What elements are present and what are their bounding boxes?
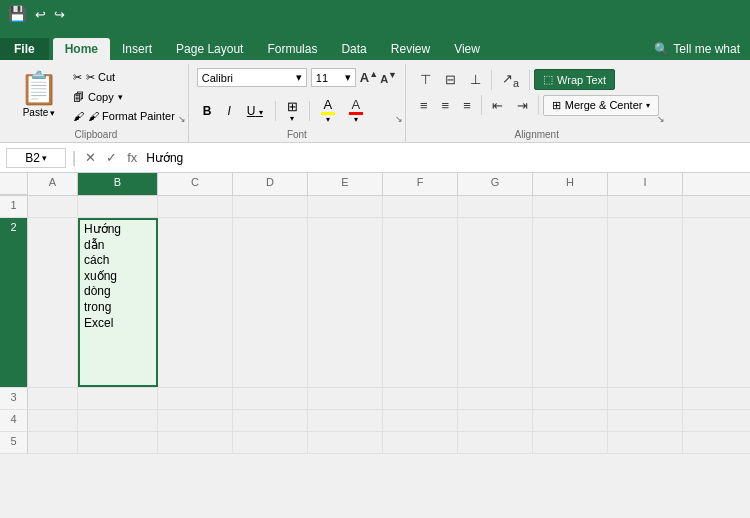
- cell-c3[interactable]: [158, 388, 233, 409]
- cell-g3[interactable]: [458, 388, 533, 409]
- cell-i4[interactable]: [608, 410, 683, 431]
- cell-g2[interactable]: [458, 218, 533, 387]
- cell-b1[interactable]: [78, 196, 158, 217]
- cell-f5[interactable]: [383, 432, 458, 453]
- font-name-select[interactable]: Calibri ▾: [197, 68, 307, 87]
- cell-e4[interactable]: [308, 410, 383, 431]
- tab-page-layout[interactable]: Page Layout: [164, 38, 255, 60]
- italic-button[interactable]: I: [221, 101, 236, 121]
- alignment-expand-icon[interactable]: ↘: [657, 114, 665, 124]
- bold-button[interactable]: B: [197, 101, 218, 121]
- cell-i3[interactable]: [608, 388, 683, 409]
- tab-insert[interactable]: Insert: [110, 38, 164, 60]
- cell-b2[interactable]: Hướng dẫn cách xuống dòng trong Excel: [78, 218, 158, 387]
- col-header-c[interactable]: C: [158, 173, 233, 195]
- cell-a5[interactable]: [28, 432, 78, 453]
- undo-icon[interactable]: ↩: [35, 7, 46, 22]
- save-icon[interactable]: 💾: [8, 5, 27, 23]
- middle-align-button[interactable]: ⊟: [439, 69, 462, 90]
- col-header-i[interactable]: I: [608, 173, 683, 195]
- increase-indent-button[interactable]: ⇥: [511, 95, 534, 116]
- cell-d2[interactable]: [233, 218, 308, 387]
- decrease-indent-button[interactable]: ⇤: [486, 95, 509, 116]
- cell-c4[interactable]: [158, 410, 233, 431]
- fx-button[interactable]: fx: [124, 149, 140, 166]
- cell-a2[interactable]: [28, 218, 78, 387]
- cell-e2[interactable]: [308, 218, 383, 387]
- confirm-button[interactable]: ✓: [103, 149, 120, 166]
- col-header-g[interactable]: G: [458, 173, 533, 195]
- formula-input[interactable]: Hướng: [146, 151, 744, 165]
- cell-f4[interactable]: [383, 410, 458, 431]
- cell-e1[interactable]: [308, 196, 383, 217]
- cell-a1[interactable]: [28, 196, 78, 217]
- cell-c1[interactable]: [158, 196, 233, 217]
- cell-h4[interactable]: [533, 410, 608, 431]
- top-align-button[interactable]: ⊤: [414, 69, 437, 90]
- cell-h2[interactable]: [533, 218, 608, 387]
- wrap-text-button[interactable]: ⬚ Wrap Text: [534, 69, 615, 90]
- tab-review[interactable]: Review: [379, 38, 442, 60]
- cell-i1[interactable]: [608, 196, 683, 217]
- right-align-button[interactable]: ≡: [457, 95, 477, 116]
- font-grow-button[interactable]: A▲: [360, 69, 378, 85]
- cell-reference-box[interactable]: B2 ▾: [6, 148, 66, 168]
- cell-g5[interactable]: [458, 432, 533, 453]
- col-header-f[interactable]: F: [383, 173, 458, 195]
- orientation-button[interactable]: ↗a: [496, 68, 525, 92]
- cell-d3[interactable]: [233, 388, 308, 409]
- cell-h5[interactable]: [533, 432, 608, 453]
- border-button[interactable]: ⊞ ▾: [282, 96, 303, 126]
- cell-i2[interactable]: [608, 218, 683, 387]
- font-size-select[interactable]: 11 ▾: [311, 68, 356, 87]
- cell-g4[interactable]: [458, 410, 533, 431]
- cell-e3[interactable]: [308, 388, 383, 409]
- left-align-button[interactable]: ≡: [414, 95, 434, 116]
- format-painter-button[interactable]: 🖌 🖌 Format Painter: [68, 107, 180, 125]
- cell-d4[interactable]: [233, 410, 308, 431]
- cell-g1[interactable]: [458, 196, 533, 217]
- cell-c5[interactable]: [158, 432, 233, 453]
- tab-view[interactable]: View: [442, 38, 492, 60]
- tab-home[interactable]: Home: [53, 38, 110, 60]
- font-color-button[interactable]: A ▾: [344, 94, 368, 127]
- col-header-b[interactable]: B: [78, 173, 158, 195]
- cell-b4[interactable]: [78, 410, 158, 431]
- cell-a4[interactable]: [28, 410, 78, 431]
- cell-h3[interactable]: [533, 388, 608, 409]
- font-shrink-button[interactable]: A▼: [380, 70, 397, 85]
- col-header-e[interactable]: E: [308, 173, 383, 195]
- merge-center-button[interactable]: ⊞ Merge & Center ▾: [543, 95, 660, 116]
- tell-me[interactable]: 🔍 Tell me what: [654, 42, 750, 60]
- tab-formulas[interactable]: Formulas: [255, 38, 329, 60]
- paste-button[interactable]: 📋 Paste ▾: [12, 64, 66, 123]
- select-all-button[interactable]: [0, 173, 28, 195]
- bottom-align-button[interactable]: ⊥: [464, 69, 487, 90]
- cell-b3[interactable]: [78, 388, 158, 409]
- font-expand-icon[interactable]: ↘: [395, 114, 403, 124]
- cut-button[interactable]: ✂ ✂ Cut: [68, 68, 180, 87]
- clipboard-expand-icon[interactable]: ↘: [178, 114, 186, 124]
- center-align-button[interactable]: ≡: [436, 95, 456, 116]
- cell-c2[interactable]: [158, 218, 233, 387]
- underline-button[interactable]: U ▾: [241, 101, 269, 121]
- col-header-h[interactable]: H: [533, 173, 608, 195]
- cell-d1[interactable]: [233, 196, 308, 217]
- redo-icon[interactable]: ↪: [54, 7, 65, 22]
- cell-h1[interactable]: [533, 196, 608, 217]
- cell-d5[interactable]: [233, 432, 308, 453]
- tab-data[interactable]: Data: [329, 38, 378, 60]
- fill-color-button[interactable]: A ▾: [316, 94, 340, 127]
- cell-a3[interactable]: [28, 388, 78, 409]
- cell-e5[interactable]: [308, 432, 383, 453]
- cell-f2[interactable]: [383, 218, 458, 387]
- col-header-a[interactable]: A: [28, 173, 78, 195]
- cell-f3[interactable]: [383, 388, 458, 409]
- cancel-button[interactable]: ✕: [82, 149, 99, 166]
- cell-f1[interactable]: [383, 196, 458, 217]
- copy-button[interactable]: 🗐 Copy ▾: [68, 88, 180, 106]
- col-header-d[interactable]: D: [233, 173, 308, 195]
- tab-file[interactable]: File: [0, 38, 49, 60]
- cell-b5[interactable]: [78, 432, 158, 453]
- cell-i5[interactable]: [608, 432, 683, 453]
